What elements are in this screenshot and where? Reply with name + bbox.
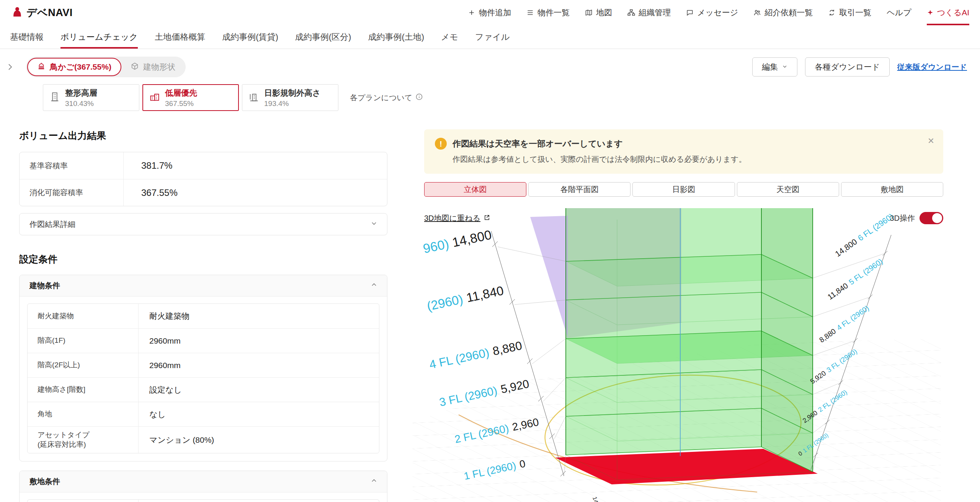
birdcage-icon [37, 62, 46, 72]
plan-value: 367.55% [165, 99, 197, 108]
nav-messages[interactable]: メッセージ [686, 0, 738, 25]
svg-text:8,8804 FL (2960): 8,8804 FL (2960) [818, 304, 870, 344]
building-conditions-panel: 建物条件 耐火建築物 耐火建築物 階高(1F) 2960mm 階高(2F以上) … [19, 275, 387, 461]
chevron-up-icon [370, 281, 378, 290]
view-tab-kakukai-heimenzu[interactable]: 各階平面図 [528, 182, 630, 197]
table-row: 階高(2F以上) 2960mm [28, 353, 379, 377]
tab-cases-land[interactable]: 成約事例(土地) [368, 25, 424, 49]
app-logo[interactable]: デベNAVI [11, 6, 73, 20]
edit-button[interactable]: 編集 [752, 57, 797, 77]
site-conditions-header[interactable]: 敷地条件 [20, 471, 387, 492]
results-column: ボリューム出力結果 基準容積率 381.7% 消化可能容積率 367.55% 作… [19, 129, 387, 502]
table-row: 基準容積率 381.7% [20, 152, 387, 179]
plan-cards-row: 整形高層 310.43% 低層優先 367.55% 日影規制外高さ 193.4%… [43, 84, 980, 111]
3d-toggle-label: 3D操作 [890, 213, 915, 223]
tab-memo[interactable]: メモ [441, 25, 458, 49]
collapse-chevron-icon[interactable] [5, 62, 15, 72]
volume-toolbar: 鳥かご(367.55%) 建物形状 編集 各種ダウンロード 従来版ダウンロード [0, 49, 980, 77]
warning-icon: ! [435, 138, 447, 150]
nav-add-property[interactable]: 物件追加 [468, 0, 511, 25]
info-icon [415, 93, 423, 103]
drawing-detail-accordion[interactable]: 作図結果詳細 [19, 213, 387, 235]
logo-icon [11, 6, 23, 19]
svg-text:4 FL (2960)8,880: 4 FL (2960)8,880 [428, 339, 523, 372]
plan-value: 310.43% [65, 99, 97, 108]
plan-card-hikage-kisei[interactable]: 日影規制外高さ 193.4% [242, 84, 338, 111]
chevron-down-icon [782, 62, 788, 72]
tab-volume-check[interactable]: ボリュームチェック [60, 25, 138, 49]
nav-referral-list[interactable]: 紹介依頼一覧 [753, 0, 813, 25]
nav-help[interactable]: ヘルプ [887, 0, 911, 25]
view-tab-rittaizu[interactable]: 立体図 [424, 182, 526, 197]
app-header: デベNAVI 物件追加 物件一覧 地図 組織管理 メッセージ 紹介依頼一覧 [0, 0, 980, 25]
overlay-3d-map-link[interactable]: 3D地図に重ねる [424, 213, 490, 223]
viewer-column: ! 作図結果は天空率を一部オーバーしています 作図結果は参考値として扱い、実際の… [424, 129, 943, 224]
legacy-download-link[interactable]: 従来版ダウンロード [897, 62, 967, 72]
plan-value: 193.4% [264, 99, 321, 108]
sky-factor-purple-plane [530, 216, 568, 337]
3d-rotate-toggle[interactable] [920, 212, 943, 224]
chevron-down-icon [370, 220, 378, 229]
toggle-knob [932, 213, 942, 223]
plus-icon [468, 9, 475, 16]
view-tab-hikagezu[interactable]: 日影図 [632, 182, 735, 197]
table-row: 敷地面積 169.14 ㎡ / 51.17 坪 [28, 500, 379, 502]
download-button[interactable]: 各種ダウンロード [805, 57, 889, 77]
chevron-up-icon [370, 477, 378, 486]
volume-right-face [761, 208, 813, 472]
map-icon [585, 9, 593, 16]
sync-arrows-icon [828, 9, 836, 16]
3d-viewport[interactable]: 960)14,800 (2960)11,840 4 FL (2960)8,880… [413, 208, 941, 502]
about-plans-link[interactable]: 各プランについて [350, 93, 423, 103]
list-icon [526, 9, 534, 16]
tab-land-price[interactable]: 土地価格概算 [155, 25, 205, 49]
mode-building-shape-pill[interactable]: 建物形状 [121, 58, 185, 76]
view-tab-tenkuuzu[interactable]: 天空図 [737, 182, 839, 197]
highrise-building-icon [49, 91, 60, 104]
view-tab-shikichizu[interactable]: 敷地図 [841, 182, 943, 197]
nav-tsukuru-ai[interactable]: つくるAI [927, 0, 969, 25]
table-row: 角地 なし [28, 402, 379, 426]
table-row: 階高(1F) 2960mm [28, 328, 379, 353]
nav-org-management[interactable]: 組織管理 [627, 0, 671, 25]
tab-cases-rental[interactable]: 成約事例(賃貸) [222, 25, 278, 49]
sky-factor-gray-plane [566, 208, 681, 338]
shadow-height-building-icon [248, 91, 259, 104]
nav-property-list[interactable]: 物件一覧 [526, 0, 570, 25]
table-row: アセットタイプ (延床容対比率) マンション (80%) [28, 426, 379, 453]
tab-basic-info[interactable]: 基礎情報 [10, 25, 44, 49]
plan-card-teisou-yuusen[interactable]: 低層優先 367.55% [142, 84, 239, 111]
volume-results-table: 基準容積率 381.7% 消化可能容積率 367.55% [19, 152, 387, 206]
mode-birdcage-pill[interactable]: 鳥かご(367.55%) [27, 58, 121, 76]
nav-map[interactable]: 地図 [585, 0, 612, 25]
people-icon [753, 9, 761, 16]
building-conditions-header[interactable]: 建物条件 [20, 275, 387, 297]
table-row: 耐火建築物 耐火建築物 [28, 304, 379, 328]
external-link-icon [483, 214, 490, 223]
table-row: 建物高さ[階数] 設定なし [28, 377, 379, 402]
lowrise-building-icon [149, 91, 160, 104]
nav-deal-list[interactable]: 取引一覧 [828, 0, 871, 25]
mode-switcher: 鳥かご(367.55%) 建物形状 [26, 57, 186, 77]
tab-files[interactable]: ファイル [475, 25, 510, 49]
sparkle-icon [927, 9, 934, 16]
page-tabbar: 基礎情報 ボリュームチェック 土地価格概算 成約事例(賃貸) 成約事例(区分) … [0, 25, 980, 49]
header-nav: 物件追加 物件一覧 地図 組織管理 メッセージ 紹介依頼一覧 取引一覧 ヘルプ [468, 0, 969, 25]
sky-factor-warning-banner: ! 作図結果は天空率を一部オーバーしています 作図結果は参考値として扱い、実際の… [424, 129, 943, 174]
close-icon[interactable]: × [928, 135, 934, 146]
output-heading: ボリューム出力結果 [19, 129, 387, 142]
tab-cases-unit[interactable]: 成約事例(区分) [295, 25, 351, 49]
plan-card-seikei-kousou[interactable]: 整形高層 310.43% [43, 84, 139, 111]
org-chart-icon [627, 9, 635, 16]
viewer-view-tabs: 立体図 各階平面図 日影図 天空図 敷地図 [424, 182, 943, 197]
site-conditions-panel: 敷地条件 敷地面積 169.14 ㎡ / 51.17 坪 [19, 471, 387, 502]
conditions-heading: 設定条件 [19, 253, 387, 266]
svg-text:(2960)11,840: (2960)11,840 [426, 283, 505, 313]
table-row: 消化可能容積率 367.55% [20, 179, 387, 206]
cube-icon [131, 62, 139, 72]
svg-text:960)14,800: 960)14,800 [422, 227, 493, 256]
chat-icon [686, 9, 694, 16]
logo-text: デベNAVI [26, 6, 73, 20]
